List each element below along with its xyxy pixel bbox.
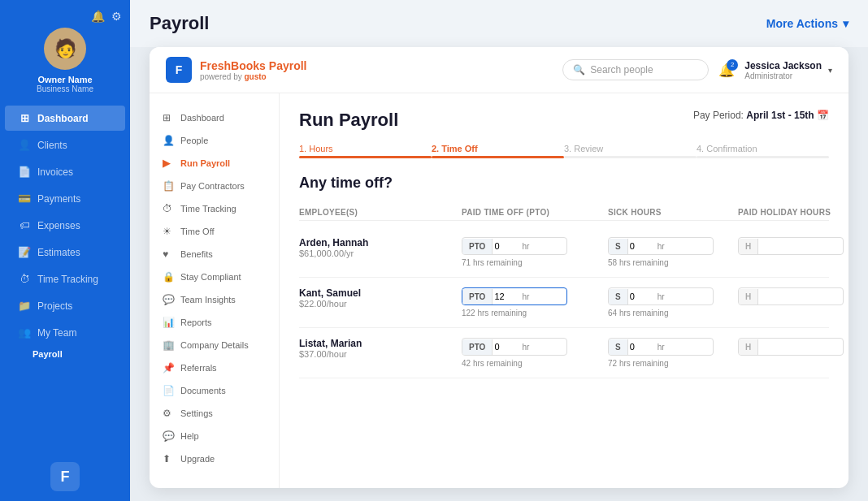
ps-label: Stay Compliant [180, 272, 241, 282]
sidebar-item-my-team[interactable]: 👥 My Team [5, 320, 125, 345]
settings-icon[interactable]: ⚙ [111, 10, 122, 23]
sick-input-row: S hr [608, 287, 714, 305]
table-header: Employee(s) Paid time off (PTO) Sick hou… [299, 205, 829, 221]
notifications-button[interactable]: 🔔 2 [718, 63, 735, 78]
ps-item-dashboard[interactable]: ⊞ Dashboard [150, 106, 279, 129]
sick-cell: S hr 72 hrs remaining [608, 338, 738, 368]
ps-label: Team Insights [180, 295, 236, 304]
holiday-badge: H [739, 339, 758, 355]
page-title: Payroll [150, 13, 209, 34]
ps-item-pay-contractors[interactable]: 📋 Pay Contractors [150, 175, 279, 197]
run-payroll-icon: ▶ [163, 158, 174, 169]
pto-badge: PTO [462, 339, 493, 355]
holiday-value-input[interactable] [758, 238, 807, 254]
avatar: 🧑 [44, 28, 86, 70]
employee-name: Listat, Marian [299, 338, 462, 349]
time-tracking-icon: ⏱ [18, 273, 31, 285]
pto-value-input[interactable] [493, 339, 517, 355]
user-info[interactable]: Jessica Jackson Administrator ▾ [744, 60, 832, 80]
ps-item-upgrade[interactable]: ⬆ Upgrade [150, 447, 279, 470]
ps-label: Benefits [180, 249, 213, 259]
run-payroll-title: Run Payroll [299, 110, 398, 131]
sidebar-item-estimates[interactable]: 📝 Estimates [5, 240, 125, 265]
sidebar-item-payments[interactable]: 💳 Payments [5, 186, 125, 211]
more-actions-button[interactable]: More Actions ▾ [766, 17, 848, 30]
ps-item-stay-compliant[interactable]: 🔒 Stay Compliant [150, 266, 279, 288]
ps-item-time-off[interactable]: ☀ Time Off [150, 220, 279, 243]
holiday-value-input[interactable] [758, 339, 807, 355]
sick-unit: hr [653, 239, 670, 254]
sidebar-item-time-tracking[interactable]: ⏱ Time Tracking [5, 266, 125, 292]
pto-badge: PTO [462, 289, 493, 304]
calendar-icon: 📅 [817, 110, 829, 121]
sick-value-input[interactable] [628, 339, 653, 355]
pto-value-input[interactable] [493, 238, 517, 254]
sidebar-bottom: F [41, 452, 89, 501]
holiday-cell: H [738, 287, 848, 305]
ps-item-people[interactable]: 👤 People [150, 129, 279, 152]
ps-item-benefits[interactable]: ♥ Benefits [150, 243, 279, 266]
projects-icon: 📁 [18, 300, 31, 312]
step-label: 3. Review [564, 144, 603, 153]
pto-input-row: PTO hr [462, 338, 567, 356]
ps-item-help[interactable]: 💬 Help [150, 425, 279, 447]
sidebar-item-label: Invoices [37, 166, 73, 178]
sidebar-item-invoices[interactable]: 📄 Invoices [5, 159, 125, 184]
step-label: 4. Confirmation [697, 144, 757, 153]
sidebar-item-clients[interactable]: 👤 Clients [5, 132, 125, 158]
clients-icon: 👤 [18, 139, 31, 151]
ps-item-run-payroll[interactable]: ▶ Run Payroll [150, 152, 279, 175]
sick-value-input[interactable] [628, 238, 653, 254]
freshbooks-logo-box: F [166, 57, 192, 83]
search-people-box[interactable]: 🔍 Search people [562, 59, 709, 80]
sidebar-item-label: Dashboard [37, 113, 89, 124]
payments-icon: 💳 [18, 192, 31, 205]
employee-info: Kant, Samuel $22.00/hour [299, 287, 462, 309]
user-role: Administrator [744, 71, 822, 80]
fb-brand: F FreshBooks Payroll powered by gusto [166, 57, 307, 83]
ps-item-time-tracking[interactable]: ⏱ Time Tracking [150, 197, 279, 220]
step-confirmation[interactable]: 4. Confirmation [697, 144, 829, 158]
sidebar: 🔔 ⚙ 🧑 Owner Name Business Name ⊞ Dashboa… [0, 0, 130, 501]
benefits-icon: ♥ [163, 248, 174, 260]
ps-label: Dashboard [180, 113, 224, 123]
ps-label: Time Off [180, 227, 215, 236]
employee-rate: $37.00/hour [299, 349, 462, 359]
pay-period-label: Pay Period: [693, 110, 744, 121]
chevron-down-icon: ▾ [828, 66, 832, 75]
dashboard-icon: ⊞ [163, 112, 174, 123]
table-row: Kant, Samuel $22.00/hour PTO hr 122 hrs … [299, 278, 829, 328]
sick-remaining: 72 hrs remaining [608, 359, 738, 368]
pto-value-input[interactable] [493, 288, 517, 304]
sick-badge: S [609, 239, 628, 254]
ps-item-reports[interactable]: 📊 Reports [150, 311, 279, 334]
dashboard-icon: ⊞ [18, 112, 31, 124]
pto-cell: PTO hr 42 hrs remaining [462, 338, 608, 368]
fb-brand-text: FreshBooks Payroll powered by gusto [200, 59, 307, 81]
employee-name: Kant, Samuel [299, 287, 462, 299]
ps-item-team-insights[interactable]: 💬 Team Insights [150, 288, 279, 311]
employee-name: Arden, Hannah [299, 237, 462, 248]
sick-value-input[interactable] [628, 288, 653, 304]
sidebar-item-label: Clients [37, 140, 67, 151]
sidebar-item-expenses[interactable]: 🏷 Expenses [5, 213, 125, 238]
step-hours[interactable]: 1. Hours [299, 144, 432, 158]
ps-item-referrals[interactable]: 📌 Referrals [150, 356, 279, 379]
step-time-off[interactable]: 2. Time Off [432, 144, 564, 158]
ps-item-documents[interactable]: 📄 Documents [150, 379, 279, 402]
more-actions-label: More Actions [766, 17, 838, 30]
ps-item-company-details[interactable]: 🏢 Company Details [150, 334, 279, 356]
ps-item-settings[interactable]: ⚙ Settings [150, 402, 279, 425]
step-label: 2. Time Off [432, 144, 478, 153]
sidebar-item-dashboard[interactable]: ⊞ Dashboard [5, 106, 125, 131]
section-title: Any time off? [299, 175, 829, 192]
holiday-cell: H [738, 237, 848, 255]
referrals-icon: 📌 [163, 362, 174, 374]
notification-icon[interactable]: 🔔 [91, 10, 105, 23]
step-review[interactable]: 3. Review [564, 144, 697, 158]
sidebar-payroll-sub[interactable]: Payroll [0, 346, 130, 362]
sidebar-item-projects[interactable]: 📁 Projects [5, 293, 125, 318]
employee-rate: $22.00/hour [299, 299, 462, 309]
company-icon: 🏢 [163, 339, 174, 351]
holiday-value-input[interactable] [758, 288, 807, 304]
